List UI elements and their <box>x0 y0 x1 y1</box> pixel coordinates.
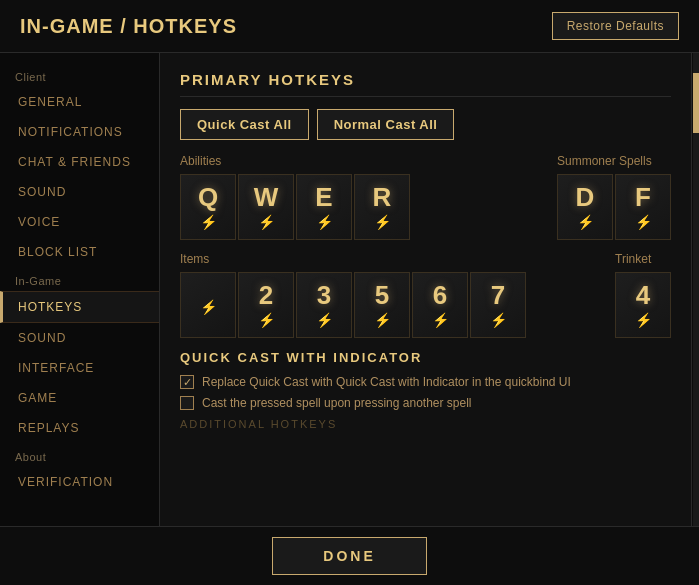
quick-cast-indicator-title: QUICK CAST WITH INDICATOR <box>180 350 671 365</box>
scrollbar-thumb[interactable] <box>693 73 699 133</box>
key-d-lightning: ⚡ <box>577 214 594 230</box>
checkbox-1-box[interactable]: ✓ <box>180 375 194 389</box>
key-item-7[interactable]: 7 ⚡ <box>470 272 526 338</box>
key-trinket-4[interactable]: 4 ⚡ <box>615 272 671 338</box>
quick-cast-indicator-section: QUICK CAST WITH INDICATOR ✓ Replace Quic… <box>180 350 671 430</box>
abilities-keys: Q ⚡ W ⚡ E ⚡ R ⚡ <box>180 174 410 240</box>
cast-buttons-group: Quick Cast All Normal Cast All <box>180 109 671 140</box>
key-item-1[interactable]: ⚡ <box>180 272 236 338</box>
checkbox-item-1[interactable]: ✓ Replace Quick Cast with Quick Cast wit… <box>180 375 671 389</box>
page-title: IN-GAME / HOTKEYS <box>20 15 237 38</box>
sidebar: Client GENERAL NOTIFICATIONS CHAT & FRIE… <box>0 53 160 526</box>
sidebar-item-replays[interactable]: REPLAYS <box>0 413 159 443</box>
sidebar-item-sound-ingame[interactable]: SOUND <box>0 323 159 353</box>
checkbox-1-check: ✓ <box>183 376 192 389</box>
checkbox-2-label: Cast the pressed spell upon pressing ano… <box>202 396 472 410</box>
ingame-section-label: In-Game <box>0 267 159 291</box>
key-f[interactable]: F ⚡ <box>615 174 671 240</box>
key-w[interactable]: W ⚡ <box>238 174 294 240</box>
sidebar-item-hotkeys[interactable]: HOTKEYS <box>0 291 159 323</box>
key-f-lightning: ⚡ <box>635 214 652 230</box>
key-q-letter: Q <box>198 184 218 210</box>
client-section-label: Client <box>0 63 159 87</box>
checkbox-item-2[interactable]: Cast the pressed spell upon pressing ano… <box>180 396 671 410</box>
additional-hotkeys-label: ADDITIONAL HOTKEYS <box>180 418 671 430</box>
key-item-3-letter: 3 <box>317 282 331 308</box>
key-item-6-letter: 6 <box>433 282 447 308</box>
header: IN-GAME / HOTKEYS Restore Defaults <box>0 0 699 53</box>
key-f-letter: F <box>635 184 651 210</box>
key-item-5-letter: 5 <box>375 282 389 308</box>
abilities-summoner-row: Abilities Q ⚡ W ⚡ E ⚡ R <box>180 154 671 240</box>
key-item-5-lightning: ⚡ <box>374 312 391 328</box>
bottom-bar: DONE <box>0 526 699 585</box>
abilities-label: Abilities <box>180 154 410 168</box>
trinket-keys: 4 ⚡ <box>615 272 671 338</box>
key-item-2-letter: 2 <box>259 282 273 308</box>
title-prefix: IN-GAME / <box>20 15 133 37</box>
trinket-label: Trinket <box>615 252 671 266</box>
scrollbar-track <box>693 53 699 526</box>
content-area: PRIMARY HOTKEYS Quick Cast All Normal Ca… <box>160 53 691 526</box>
trinket-section: Trinket 4 ⚡ <box>615 252 671 338</box>
key-w-lightning: ⚡ <box>258 214 275 230</box>
key-d-letter: D <box>576 184 595 210</box>
checkbox-2-box[interactable] <box>180 396 194 410</box>
sidebar-item-voice[interactable]: VOICE <box>0 207 159 237</box>
items-trinket-row: Items ⚡ 2 ⚡ 3 ⚡ 5 <box>180 252 671 338</box>
key-item-7-letter: 7 <box>491 282 505 308</box>
key-item-2-lightning: ⚡ <box>258 312 275 328</box>
key-q-lightning: ⚡ <box>200 214 217 230</box>
main-layout: Client GENERAL NOTIFICATIONS CHAT & FRIE… <box>0 53 699 526</box>
scrollbar[interactable] <box>691 53 699 526</box>
key-item-7-lightning: ⚡ <box>490 312 507 328</box>
key-r-lightning: ⚡ <box>374 214 391 230</box>
normal-cast-all-button[interactable]: Normal Cast All <box>317 109 455 140</box>
items-section: Items ⚡ 2 ⚡ 3 ⚡ 5 <box>180 252 526 338</box>
title-bold: HOTKEYS <box>133 15 237 37</box>
abilities-section: Abilities Q ⚡ W ⚡ E ⚡ R <box>180 154 410 240</box>
items-keys: ⚡ 2 ⚡ 3 ⚡ 5 ⚡ 6 <box>180 272 526 338</box>
sidebar-item-chat-friends[interactable]: CHAT & FRIENDS <box>0 147 159 177</box>
key-item-3-lightning: ⚡ <box>316 312 333 328</box>
key-trinket-4-lightning: ⚡ <box>635 312 652 328</box>
sidebar-item-interface[interactable]: INTERFACE <box>0 353 159 383</box>
key-item-5[interactable]: 5 ⚡ <box>354 272 410 338</box>
summoner-spells-label: Summoner Spells <box>557 154 671 168</box>
key-r-letter: R <box>373 184 392 210</box>
sidebar-item-block-list[interactable]: BLOCK LIST <box>0 237 159 267</box>
summoner-keys: D ⚡ F ⚡ <box>557 174 671 240</box>
key-d[interactable]: D ⚡ <box>557 174 613 240</box>
summoner-spells-section: Summoner Spells D ⚡ F ⚡ <box>557 154 671 240</box>
sidebar-item-sound[interactable]: SOUND <box>0 177 159 207</box>
key-item-3[interactable]: 3 ⚡ <box>296 272 352 338</box>
sidebar-item-general[interactable]: GENERAL <box>0 87 159 117</box>
restore-defaults-button[interactable]: Restore Defaults <box>552 12 679 40</box>
sidebar-item-game[interactable]: GAME <box>0 383 159 413</box>
key-item-6[interactable]: 6 ⚡ <box>412 272 468 338</box>
key-q[interactable]: Q ⚡ <box>180 174 236 240</box>
about-section-label: About <box>0 443 159 467</box>
items-label: Items <box>180 252 526 266</box>
key-e-letter: E <box>315 184 332 210</box>
quick-cast-all-button[interactable]: Quick Cast All <box>180 109 309 140</box>
sidebar-item-notifications[interactable]: NOTIFICATIONS <box>0 117 159 147</box>
primary-hotkeys-title: PRIMARY HOTKEYS <box>180 71 671 97</box>
checkbox-1-label: Replace Quick Cast with Quick Cast with … <box>202 375 571 389</box>
key-item-2[interactable]: 2 ⚡ <box>238 272 294 338</box>
key-item-1-lightning: ⚡ <box>200 299 217 315</box>
done-button[interactable]: DONE <box>272 537 426 575</box>
key-item-6-lightning: ⚡ <box>432 312 449 328</box>
sidebar-item-verification[interactable]: VERIFICATION <box>0 467 159 497</box>
key-e-lightning: ⚡ <box>316 214 333 230</box>
key-trinket-4-letter: 4 <box>636 282 650 308</box>
key-e[interactable]: E ⚡ <box>296 174 352 240</box>
key-r[interactable]: R ⚡ <box>354 174 410 240</box>
key-w-letter: W <box>254 184 279 210</box>
